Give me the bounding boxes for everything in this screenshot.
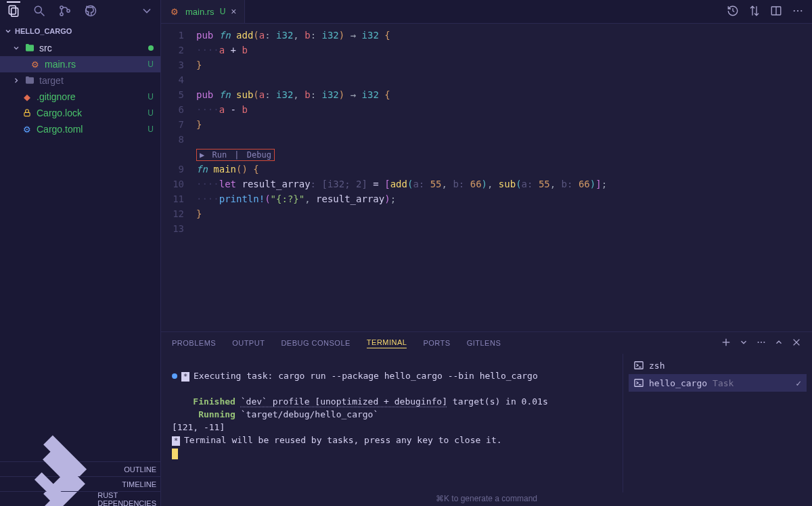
terminal-zsh[interactable]: zsh [629,356,807,374]
folder-name: target [39,75,64,86]
bottom-panel: PROBLEMS OUTPUT DEBUG CONSOLE TERMINAL P… [161,331,812,506]
terminal-list: zsh hello_cargo Task ✓ [623,354,812,492]
svg-point-4 [60,6,63,9]
git-status: U [148,108,154,118]
git-icon: ◆ [22,91,32,102]
task-marker-icon: * [181,372,189,382]
history-icon[interactable] [727,5,739,19]
github-icon[interactable] [84,4,97,20]
sidebar: HELLO_CARGO src ⚙ main.rs U t [0,0,161,506]
chevron-up-icon[interactable] [774,338,784,348]
explorer-header[interactable]: HELLO_CARGO [0,24,160,39]
tab-problems[interactable]: PROBLEMS [172,339,216,347]
chevron-right-icon [4,453,95,506]
folder-icon [24,43,35,53]
more-icon[interactable] [757,338,766,348]
folder-icon [24,75,35,86]
folder-name: src [39,43,52,53]
terminal-output[interactable]: *Executing task: cargo run --package hel… [161,354,623,492]
file-name: .gitignore [37,91,76,102]
source-control-icon[interactable] [58,4,72,20]
tab-bar: ⚙ main.rs U × [161,0,812,24]
tab-terminal[interactable]: TERMINAL [367,338,407,348]
project-name: HELLO_CARGO [15,27,72,35]
new-terminal-icon[interactable] [721,338,731,348]
chevron-down-icon [4,27,12,35]
terminal-cursor [172,448,178,459]
tab-label: main.rs [185,7,215,17]
svg-rect-8 [24,112,30,116]
file-name: main.rs [45,59,76,70]
svg-point-13 [800,9,802,11]
git-status: U [220,7,226,16]
split-editor-icon[interactable] [770,5,782,19]
line-gutter: 123 456 78 91011 1213 [161,24,196,331]
tab-ports[interactable]: PORTS [423,339,450,347]
activity-bar [0,0,160,24]
file-main-rs[interactable]: ⚙ main.rs U [0,56,160,72]
chevron-down-icon [12,44,20,52]
chevron-down-icon[interactable] [739,338,748,348]
file-name: Cargo.lock [37,108,82,118]
svg-point-18 [763,342,765,343]
editor[interactable]: 123 456 78 91011 1213 pub fn add(a: i32,… [161,24,812,331]
svg-point-2 [35,6,41,13]
svg-point-12 [797,9,798,11]
tab-gitlens[interactable]: GITLENS [467,339,501,347]
svg-point-16 [758,342,759,343]
file-name: Cargo.toml [37,124,83,135]
folder-target[interactable]: target [0,72,160,89]
rust-file-icon: ⚙ [169,6,180,17]
close-icon[interactable]: × [231,6,236,17]
editor-actions [719,5,812,19]
terminal-icon [634,361,644,370]
search-icon[interactable] [32,4,46,20]
explorer-icon[interactable] [7,1,20,20]
terminal-icon [634,378,644,388]
task-marker-icon: * [172,436,180,446]
task-bullet-icon [172,373,177,379]
section-rust-deps[interactable]: RUST DEPENDENCIES [0,491,160,506]
file-cargo-lock[interactable]: Cargo.lock U [0,105,160,121]
more-icon[interactable] [792,5,804,19]
svg-point-11 [794,9,795,11]
file-gitignore[interactable]: ◆ .gitignore U [0,89,160,105]
tab-output[interactable]: OUTPUT [232,339,265,347]
gear-icon: ⚙ [22,124,32,135]
tab-debug-console[interactable]: DEBUG CONSOLE [281,339,350,347]
terminal-task[interactable]: hello_cargo Task ✓ [629,374,807,392]
panel-tabs: PROBLEMS OUTPUT DEBUG CONSOLE TERMINAL P… [161,332,812,354]
file-tree: src ⚙ main.rs U target ◆ .gitignore U [0,39,160,461]
svg-point-5 [60,13,63,16]
check-icon: ✓ [796,378,801,388]
compare-icon[interactable] [748,5,761,19]
chevron-right-icon [12,76,20,85]
svg-rect-0 [9,6,16,15]
tab-main-rs[interactable]: ⚙ main.rs U × [161,0,245,23]
editor-column: ⚙ main.rs U × 123 456 78 91011 1213 [161,0,812,506]
code-area[interactable]: pub fn add(a: i32, b: i32) → i32 { ····a… [196,24,812,331]
git-status: U [148,60,154,69]
git-modified-dot [148,45,154,51]
rust-file-icon: ⚙ [30,59,41,70]
close-panel-icon[interactable] [792,338,801,348]
command-hint: ⌘K to generate a command [161,492,812,506]
chevron-down-icon[interactable] [140,4,154,20]
file-cargo-toml[interactable]: ⚙ Cargo.toml U [0,121,160,137]
git-status: U [148,124,154,134]
lock-icon [22,108,32,118]
svg-rect-1 [12,8,18,17]
svg-point-17 [761,342,762,343]
git-status: U [148,92,154,101]
codelens-run-debug[interactable]: ▶ Run | Debug [196,149,275,161]
svg-line-3 [41,13,45,16]
folder-src[interactable]: src [0,40,160,56]
svg-point-6 [67,9,70,12]
